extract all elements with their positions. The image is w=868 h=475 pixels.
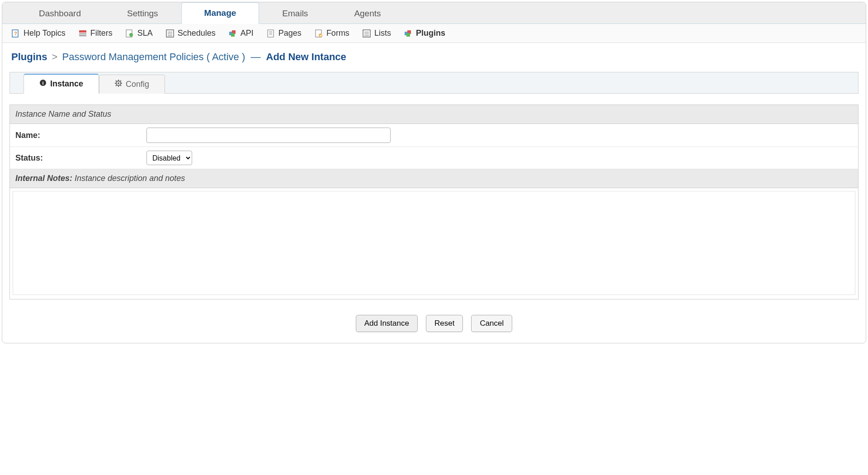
secondary-nav: ? Help Topics Filters SLA Schedules [2, 24, 866, 43]
svg-point-6 [129, 33, 133, 37]
internal-notes-textarea[interactable] [13, 191, 855, 295]
subnav-schedules[interactable]: Schedules [165, 28, 216, 38]
svg-rect-7 [166, 30, 174, 37]
lists-icon [362, 29, 371, 38]
status-select[interactable]: Disabled [146, 151, 192, 165]
breadcrumb-separator: > [50, 51, 60, 62]
breadcrumb-root[interactable]: Plugins [11, 51, 47, 62]
svg-rect-3 [79, 33, 86, 34]
notes-desc: Instance description and notes [72, 174, 185, 183]
plugins-icon [404, 29, 413, 38]
section-header-notes: Internal Notes: Instance description and… [10, 169, 858, 188]
section-header-name-status: Instance Name and Status [10, 105, 858, 124]
svg-rect-2 [79, 30, 86, 33]
info-icon: i [39, 79, 47, 89]
subnav-label: Schedules [178, 28, 216, 38]
nav-manage[interactable]: Manage [181, 2, 259, 24]
svg-rect-20 [363, 30, 370, 37]
tab-label: Instance [50, 79, 83, 89]
subnav-api[interactable]: API [228, 28, 254, 38]
tab-config[interactable]: Config [99, 75, 165, 94]
svg-text:i: i [42, 80, 43, 86]
schedules-icon [165, 29, 175, 38]
notes-lead: Internal Notes: [15, 174, 72, 183]
pages-icon [266, 29, 275, 38]
tab-label: Config [126, 80, 149, 89]
svg-rect-26 [406, 33, 410, 37]
reset-button[interactable]: Reset [426, 315, 463, 332]
name-label: Name: [15, 131, 146, 140]
instance-form: Instance Name and Status Name: Status: D… [9, 104, 859, 299]
svg-line-35 [116, 81, 117, 81]
sla-icon [125, 29, 134, 38]
svg-line-36 [120, 85, 121, 86]
subnav-sla[interactable]: SLA [125, 28, 153, 38]
help-topics-icon: ? [11, 29, 20, 38]
cancel-button[interactable]: Cancel [471, 315, 512, 332]
subnav-label: Lists [374, 28, 391, 38]
subnav-label: SLA [137, 28, 153, 38]
subnav-pages[interactable]: Pages [266, 28, 302, 38]
breadcrumb-plugin-link[interactable]: Password Management Policies ( Active ) [62, 51, 245, 62]
subnav-label: Pages [278, 28, 302, 38]
forms-icon [314, 29, 323, 38]
svg-text:?: ? [14, 31, 17, 36]
svg-rect-4 [79, 35, 86, 36]
nav-dashboard[interactable]: Dashboard [16, 3, 104, 24]
subnav-label: API [241, 28, 254, 38]
name-input[interactable] [146, 128, 391, 143]
row-status: Status: Disabled [10, 147, 858, 169]
nav-settings[interactable]: Settings [104, 3, 181, 24]
api-icon [228, 29, 237, 38]
nav-emails[interactable]: Emails [259, 3, 331, 24]
breadcrumb-leaf: Add New Intance [266, 51, 346, 62]
svg-rect-14 [268, 30, 274, 37]
subnav-lists[interactable]: Lists [362, 28, 391, 38]
nav-agents[interactable]: Agents [331, 3, 404, 24]
subnav-label: Filters [90, 28, 113, 38]
instance-tabs: i Instance Config [9, 72, 859, 94]
subnav-label: Plugins [416, 28, 445, 38]
subnav-label: Help Topics [24, 28, 66, 38]
add-instance-button[interactable]: Add Instance [356, 315, 418, 332]
svg-line-38 [116, 85, 117, 86]
status-label: Status: [15, 153, 146, 163]
tab-instance[interactable]: i Instance [24, 74, 99, 94]
subnav-forms[interactable]: Forms [314, 28, 349, 38]
primary-nav: Dashboard Settings Manage Emails Agents [2, 2, 866, 24]
svg-rect-13 [231, 33, 235, 37]
svg-line-37 [120, 81, 121, 81]
form-actions: Add Instance Reset Cancel [2, 299, 866, 343]
breadcrumb-dash: — [248, 51, 263, 62]
subnav-help-topics[interactable]: ? Help Topics [11, 28, 66, 38]
subnav-plugins[interactable]: Plugins [404, 28, 445, 38]
breadcrumb: Plugins > Password Management Policies (… [2, 43, 866, 67]
subnav-filters[interactable]: Filters [78, 28, 113, 38]
gear-icon [115, 80, 122, 89]
filters-icon [78, 29, 87, 38]
svg-point-30 [118, 82, 119, 84]
row-name: Name: [10, 124, 858, 147]
subnav-label: Forms [326, 28, 349, 38]
